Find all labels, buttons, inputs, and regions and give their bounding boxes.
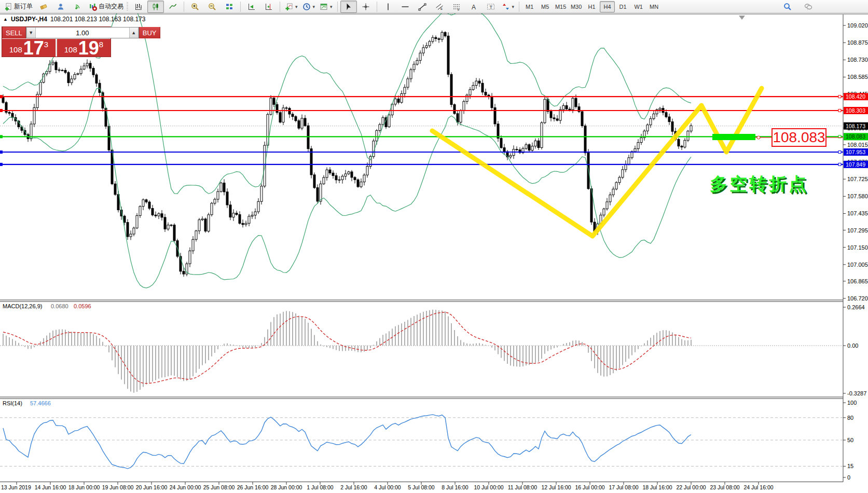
toolbar-separator	[337, 2, 338, 12]
svg-text:26 Jun 16:00: 26 Jun 16:00	[237, 484, 269, 490]
dropdown-caret: ▾	[512, 4, 515, 9]
sell-price-display[interactable]: 108 17 3	[2, 39, 56, 57]
new-order-button[interactable]: 新订单	[2, 1, 35, 13]
svg-text:22 Jul 00:00: 22 Jul 00:00	[676, 484, 706, 490]
crosshair-icon	[362, 3, 370, 11]
chart-shift-marker	[739, 16, 745, 20]
svg-text:10 Jul 00:00: 10 Jul 00:00	[474, 484, 503, 490]
svg-text:16 Jul 00:00: 16 Jul 00:00	[575, 484, 604, 490]
svg-text:20 Jun 16:00: 20 Jun 16:00	[136, 484, 168, 490]
svg-text:F: F	[458, 8, 460, 11]
svg-text:11 Jul 08:00: 11 Jul 08:00	[508, 484, 538, 490]
timeframe-m30[interactable]: M30	[569, 1, 584, 12]
volume-decrease-button[interactable]: ▼	[26, 28, 36, 38]
svg-text:19 Jun 08:00: 19 Jun 08:00	[102, 484, 134, 490]
cursor-icon	[345, 3, 353, 11]
timeframe-m15[interactable]: M15	[553, 1, 568, 12]
zoom-in-icon	[191, 3, 199, 11]
trendline-button[interactable]	[414, 1, 431, 13]
buy-price-big: 19	[78, 40, 99, 56]
svg-text:0: 0	[847, 474, 850, 481]
timeframe-mn[interactable]: MN	[646, 1, 662, 12]
buy-price-base: 108	[64, 45, 77, 54]
volume-input[interactable]	[36, 28, 129, 38]
candles-layer	[2, 31, 692, 277]
price-callout-text: 108.083	[773, 129, 825, 145]
vertical-line-icon	[384, 3, 392, 11]
add-indicator-icon	[285, 3, 293, 11]
chat-button[interactable]	[800, 1, 817, 13]
tile-windows-button[interactable]	[221, 1, 238, 13]
candlestick-chart-button[interactable]	[147, 1, 164, 13]
rsi-axis: 1008050150	[843, 400, 857, 481]
one-click-trading-panel: SELL ▼ ▲ BUY 108 17 3 108 19 8	[2, 26, 111, 57]
equidistant-channel-button[interactable]: E	[431, 1, 448, 13]
svg-text:107.580: 107.580	[847, 193, 868, 199]
search-button[interactable]	[779, 1, 796, 13]
signals-button[interactable]	[70, 1, 86, 13]
svg-text:106.720: 106.720	[847, 295, 868, 302]
turning-point-text: 多空转折点	[710, 174, 808, 194]
zoom-out-icon	[208, 3, 216, 11]
bar-chart-button[interactable]	[130, 1, 147, 13]
profile-button[interactable]	[52, 1, 69, 13]
date-axis: 13 Jun 201914 Jun 16:0018 Jun 00:0019 Ju…	[1, 482, 774, 490]
fibonacci-button[interactable]: F	[448, 1, 465, 13]
svg-text:109.020: 109.020	[847, 22, 868, 29]
dropdown-caret: ▾	[295, 4, 298, 9]
text-label-button[interactable]: T	[483, 1, 499, 13]
buy-price-display[interactable]: 108 19 8	[57, 39, 111, 57]
sell-button[interactable]: SELL	[2, 27, 26, 38]
periods-button[interactable]: ▾	[300, 1, 318, 13]
svg-text:50: 50	[847, 437, 853, 443]
new-order-label: 新订单	[14, 2, 33, 11]
line-chart-button[interactable]	[164, 1, 181, 13]
timeframe-w1[interactable]: W1	[631, 1, 646, 12]
collapse-triangle-icon[interactable]: ▲	[3, 17, 8, 22]
toolbar-separator	[519, 2, 519, 12]
svg-text:0.2664: 0.2664	[847, 304, 865, 310]
profile-icon	[57, 3, 65, 11]
text-button[interactable]: A	[465, 1, 482, 13]
horizontal-line-button[interactable]	[397, 1, 414, 13]
timeframe-d1[interactable]: D1	[615, 1, 630, 12]
arrows-button[interactable]: ▾	[500, 1, 517, 13]
crosshair-button[interactable]	[357, 1, 374, 13]
buy-button[interactable]: BUY	[139, 27, 160, 38]
svg-text:A: A	[472, 3, 476, 10]
auto-scroll-button[interactable]	[243, 1, 260, 13]
timeframe-h1[interactable]: H1	[584, 1, 599, 12]
timeframe-m5[interactable]: M5	[538, 1, 553, 12]
zoom-out-button[interactable]	[204, 1, 221, 13]
svg-text:107.849: 107.849	[846, 161, 865, 168]
symbol-info-bar[interactable]: ▲ USDJPY-,H4 108.201 108.213 108.163 108…	[3, 16, 145, 23]
delete-objects-button[interactable]	[35, 1, 52, 13]
sell-price-base: 108	[9, 45, 22, 54]
templates-button[interactable]: ▾	[318, 1, 335, 13]
tile-windows-icon	[225, 3, 233, 11]
svg-text:RSI(14): RSI(14)	[3, 400, 22, 406]
timeframe-h4[interactable]: H4	[600, 1, 615, 12]
cursor-button[interactable]	[340, 1, 357, 13]
text-a-icon: A	[470, 3, 478, 11]
timeframe-m1[interactable]: M1	[522, 1, 537, 12]
sell-price-pip: 3	[44, 40, 48, 49]
svg-text:4 Jul 00:00: 4 Jul 00:00	[374, 484, 401, 490]
svg-text:57.4666: 57.4666	[30, 400, 51, 406]
auto-trading-button[interactable]: 自动交易	[87, 1, 126, 13]
chart-shift-button[interactable]	[260, 1, 277, 13]
green-highlight-bar[interactable]	[712, 134, 755, 140]
svg-text:0.00: 0.00	[847, 343, 858, 349]
svg-text:108.083: 108.083	[846, 133, 865, 140]
zoom-in-button[interactable]	[187, 1, 203, 13]
vertical-line-button[interactable]	[380, 1, 396, 13]
indicators-button[interactable]: ▾	[283, 1, 300, 13]
svg-text:108.585: 108.585	[847, 74, 868, 80]
chart-canvas[interactable]: 109.020108.875108.730108.585108.445108.3…	[0, 0, 868, 493]
main-toolbar: 新订单 自动交易 ▾ ▾ ▾ E F A T ▾ M1 M5 M15 M30 H…	[0, 0, 868, 13]
buy-price-pip: 8	[99, 40, 103, 49]
volume-increase-button[interactable]: ▲	[129, 28, 139, 38]
svg-text:23 Jul 08:00: 23 Jul 08:00	[710, 484, 739, 490]
svg-text:8 Jul 16:00: 8 Jul 16:00	[442, 484, 469, 490]
svg-text:106.865: 106.865	[847, 278, 868, 284]
